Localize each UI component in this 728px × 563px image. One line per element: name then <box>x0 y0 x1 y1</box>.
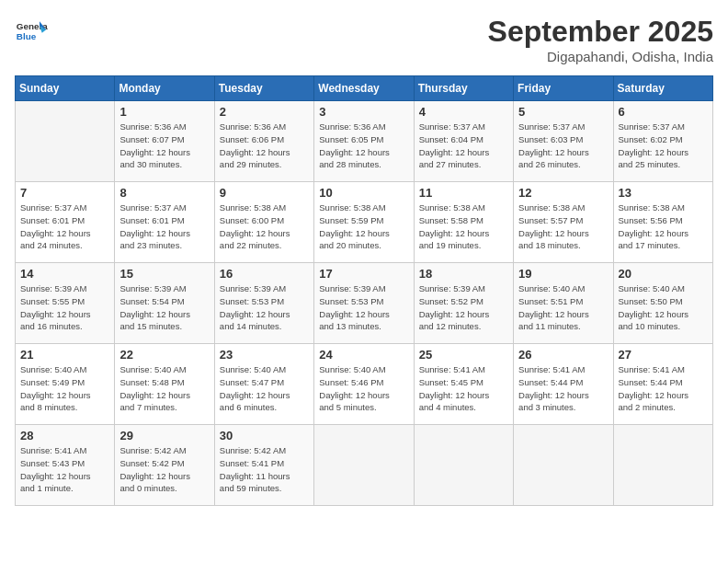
calendar-cell: 8Sunrise: 5:37 AM Sunset: 6:01 PM Daylig… <box>115 182 214 263</box>
day-number: 29 <box>119 429 209 442</box>
day-info: Sunrise: 5:38 AM Sunset: 5:56 PM Dayligh… <box>619 201 708 252</box>
day-info: Sunrise: 5:40 AM Sunset: 5:46 PM Dayligh… <box>319 363 408 414</box>
calendar-cell: 18Sunrise: 5:39 AM Sunset: 5:52 PM Dayli… <box>414 263 513 344</box>
day-info: Sunrise: 5:36 AM Sunset: 6:06 PM Dayligh… <box>220 121 309 171</box>
day-info: Sunrise: 5:41 AM Sunset: 5:44 PM Dayligh… <box>518 363 608 414</box>
day-info: Sunrise: 5:36 AM Sunset: 6:07 PM Dayligh… <box>119 121 209 171</box>
day-info: Sunrise: 5:37 AM Sunset: 6:03 PM Dayligh… <box>518 121 608 171</box>
calendar-cell: 6Sunrise: 5:37 AM Sunset: 6:02 PM Daylig… <box>613 101 712 182</box>
day-info: Sunrise: 5:41 AM Sunset: 5:45 PM Dayligh… <box>419 363 508 414</box>
calendar-cell <box>514 425 613 506</box>
calendar-cell: 11Sunrise: 5:38 AM Sunset: 5:58 PM Dayli… <box>414 182 513 263</box>
calendar-cell: 26Sunrise: 5:41 AM Sunset: 5:44 PM Dayli… <box>514 344 613 425</box>
day-number: 9 <box>220 186 309 200</box>
day-info: Sunrise: 5:36 AM Sunset: 6:05 PM Dayligh… <box>319 121 408 171</box>
day-info: Sunrise: 5:39 AM Sunset: 5:55 PM Dayligh… <box>20 282 109 333</box>
day-number: 10 <box>319 186 408 200</box>
day-info: Sunrise: 5:39 AM Sunset: 5:53 PM Dayligh… <box>220 282 309 333</box>
calendar-cell: 25Sunrise: 5:41 AM Sunset: 5:45 PM Dayli… <box>414 344 513 425</box>
calendar-week-row: 28Sunrise: 5:41 AM Sunset: 5:43 PM Dayli… <box>16 425 713 506</box>
calendar-cell: 23Sunrise: 5:40 AM Sunset: 5:47 PM Dayli… <box>214 344 313 425</box>
location: Digapahandi, Odisha, India <box>488 49 713 64</box>
calendar-cell: 14Sunrise: 5:39 AM Sunset: 5:55 PM Dayli… <box>16 263 115 344</box>
day-number: 28 <box>20 429 109 442</box>
calendar-cell: 10Sunrise: 5:38 AM Sunset: 5:59 PM Dayli… <box>314 182 414 263</box>
day-info: Sunrise: 5:41 AM Sunset: 5:44 PM Dayligh… <box>619 363 708 414</box>
calendar-header-row: SundayMondayTuesdayWednesdayThursdayFrid… <box>16 76 713 101</box>
day-number: 19 <box>518 267 608 281</box>
day-info: Sunrise: 5:37 AM Sunset: 6:01 PM Dayligh… <box>119 201 209 252</box>
day-header-tuesday: Tuesday <box>214 76 313 101</box>
day-info: Sunrise: 5:41 AM Sunset: 5:43 PM Dayligh… <box>20 444 109 495</box>
day-number: 15 <box>119 267 209 281</box>
calendar-cell <box>414 425 513 506</box>
day-info: Sunrise: 5:40 AM Sunset: 5:50 PM Dayligh… <box>619 282 708 333</box>
day-number: 16 <box>220 267 309 281</box>
day-number: 22 <box>119 348 209 362</box>
day-number: 14 <box>20 267 109 281</box>
day-number: 27 <box>619 348 708 362</box>
day-info: Sunrise: 5:38 AM Sunset: 6:00 PM Dayligh… <box>220 201 309 252</box>
day-info: Sunrise: 5:37 AM Sunset: 6:01 PM Dayligh… <box>20 201 109 252</box>
day-header-friday: Friday <box>514 76 613 101</box>
title-block: September 2025 Digapahandi, Odisha, Indi… <box>488 15 713 64</box>
day-number: 6 <box>619 105 708 119</box>
calendar-cell: 21Sunrise: 5:40 AM Sunset: 5:49 PM Dayli… <box>16 344 115 425</box>
calendar-cell: 24Sunrise: 5:40 AM Sunset: 5:46 PM Dayli… <box>314 344 414 425</box>
day-info: Sunrise: 5:39 AM Sunset: 5:52 PM Dayligh… <box>419 282 508 333</box>
day-info: Sunrise: 5:40 AM Sunset: 5:51 PM Dayligh… <box>518 282 608 333</box>
day-header-wednesday: Wednesday <box>314 76 414 101</box>
calendar-cell: 19Sunrise: 5:40 AM Sunset: 5:51 PM Dayli… <box>514 263 613 344</box>
calendar-cell: 17Sunrise: 5:39 AM Sunset: 5:53 PM Dayli… <box>314 263 414 344</box>
day-number: 8 <box>119 186 209 200</box>
calendar-cell: 15Sunrise: 5:39 AM Sunset: 5:54 PM Dayli… <box>115 263 214 344</box>
calendar-week-row: 1Sunrise: 5:36 AM Sunset: 6:07 PM Daylig… <box>16 101 713 182</box>
page-header: General Blue September 2025 Digapahandi,… <box>15 15 713 64</box>
calendar-cell: 4Sunrise: 5:37 AM Sunset: 6:04 PM Daylig… <box>414 101 513 182</box>
calendar-cell: 2Sunrise: 5:36 AM Sunset: 6:06 PM Daylig… <box>214 101 313 182</box>
calendar-cell <box>16 101 115 182</box>
calendar-cell: 5Sunrise: 5:37 AM Sunset: 6:03 PM Daylig… <box>514 101 613 182</box>
day-info: Sunrise: 5:37 AM Sunset: 6:04 PM Dayligh… <box>419 121 508 171</box>
day-info: Sunrise: 5:37 AM Sunset: 6:02 PM Dayligh… <box>619 121 708 171</box>
day-number: 7 <box>20 186 109 200</box>
svg-text:Blue: Blue <box>17 31 37 41</box>
day-number: 11 <box>419 186 508 200</box>
day-number: 30 <box>220 429 309 442</box>
calendar-week-row: 7Sunrise: 5:37 AM Sunset: 6:01 PM Daylig… <box>16 182 713 263</box>
calendar-cell: 1Sunrise: 5:36 AM Sunset: 6:07 PM Daylig… <box>115 101 214 182</box>
calendar-week-row: 14Sunrise: 5:39 AM Sunset: 5:55 PM Dayli… <box>16 263 713 344</box>
day-number: 4 <box>419 105 508 119</box>
day-info: Sunrise: 5:40 AM Sunset: 5:47 PM Dayligh… <box>220 363 309 414</box>
calendar-cell: 22Sunrise: 5:40 AM Sunset: 5:48 PM Dayli… <box>115 344 214 425</box>
day-number: 13 <box>619 186 708 200</box>
day-number: 24 <box>319 348 408 362</box>
calendar-cell: 3Sunrise: 5:36 AM Sunset: 6:05 PM Daylig… <box>314 101 414 182</box>
day-number: 3 <box>319 105 408 119</box>
day-number: 5 <box>518 105 608 119</box>
day-number: 17 <box>319 267 408 281</box>
day-number: 12 <box>518 186 608 200</box>
day-number: 21 <box>20 348 109 362</box>
day-info: Sunrise: 5:38 AM Sunset: 5:57 PM Dayligh… <box>518 201 608 252</box>
day-info: Sunrise: 5:40 AM Sunset: 5:48 PM Dayligh… <box>119 363 209 414</box>
day-info: Sunrise: 5:39 AM Sunset: 5:54 PM Dayligh… <box>119 282 209 333</box>
day-header-thursday: Thursday <box>414 76 513 101</box>
calendar-cell: 30Sunrise: 5:42 AM Sunset: 5:41 PM Dayli… <box>214 425 313 506</box>
day-number: 18 <box>419 267 508 281</box>
day-number: 26 <box>518 348 608 362</box>
day-header-monday: Monday <box>115 76 214 101</box>
day-info: Sunrise: 5:42 AM Sunset: 5:41 PM Dayligh… <box>220 444 309 495</box>
day-info: Sunrise: 5:40 AM Sunset: 5:49 PM Dayligh… <box>20 363 109 414</box>
day-info: Sunrise: 5:42 AM Sunset: 5:42 PM Dayligh… <box>119 444 209 495</box>
calendar-cell: 7Sunrise: 5:37 AM Sunset: 6:01 PM Daylig… <box>16 182 115 263</box>
day-info: Sunrise: 5:38 AM Sunset: 5:58 PM Dayligh… <box>419 201 508 252</box>
calendar-cell <box>613 425 712 506</box>
calendar-cell: 20Sunrise: 5:40 AM Sunset: 5:50 PM Dayli… <box>613 263 712 344</box>
calendar-body: 1Sunrise: 5:36 AM Sunset: 6:07 PM Daylig… <box>16 101 713 506</box>
logo: General Blue <box>15 15 48 48</box>
calendar-cell: 12Sunrise: 5:38 AM Sunset: 5:57 PM Dayli… <box>514 182 613 263</box>
calendar-cell: 16Sunrise: 5:39 AM Sunset: 5:53 PM Dayli… <box>214 263 313 344</box>
calendar-cell: 28Sunrise: 5:41 AM Sunset: 5:43 PM Dayli… <box>16 425 115 506</box>
day-info: Sunrise: 5:39 AM Sunset: 5:53 PM Dayligh… <box>319 282 408 333</box>
